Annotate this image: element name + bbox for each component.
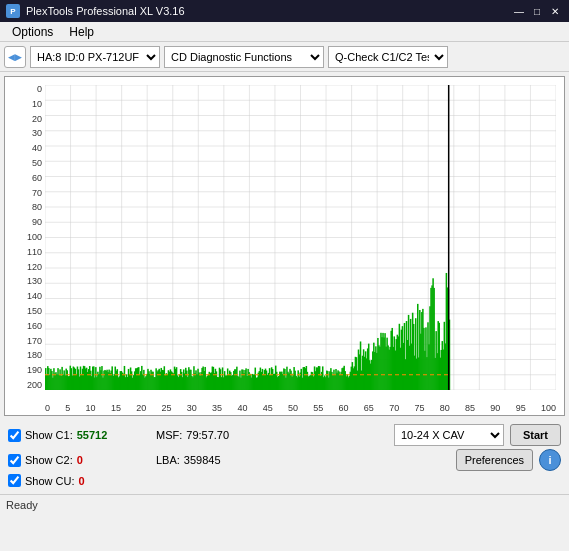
title-bar-left: P PlexTools Professional XL V3.16 [6, 4, 185, 18]
cu-group: Show CU: 0 [8, 474, 128, 487]
cu-label: Show CU: [25, 475, 75, 487]
info-button[interactable]: i [539, 449, 561, 471]
c1-label: Show C1: [25, 429, 73, 441]
window-title: PlexTools Professional XL V3.16 [26, 5, 185, 17]
x-axis: 0 5 10 15 20 25 30 35 40 45 50 55 60 65 … [45, 403, 556, 413]
minimize-button[interactable]: — [511, 4, 527, 18]
speed-select[interactable]: 10-24 X CAV 4-8 X CAV 1-4 X CLV Max X CA… [394, 424, 504, 446]
chart-canvas [45, 85, 556, 390]
menu-options[interactable]: Options [4, 22, 61, 41]
bottom-panel: Show C1: 55712 MSF: 79:57.70 10-24 X CAV… [0, 420, 569, 494]
bottom-row-3: Show CU: 0 [8, 474, 561, 487]
toolbar-nav-icon[interactable]: ◀▶ [4, 46, 26, 68]
lba-group: LBA: 359845 [156, 454, 221, 466]
close-button[interactable]: ✕ [547, 4, 563, 18]
app-icon: P [6, 4, 20, 18]
function-select[interactable]: CD Diagnostic Functions [164, 46, 324, 68]
chart-area: 200 190 180 170 160 150 140 130 120 110 … [4, 76, 565, 416]
toolbar: ◀▶ HA:8 ID:0 PX-712UF CD Diagnostic Func… [0, 42, 569, 72]
status-text: Ready [6, 499, 38, 511]
chart-canvas-area [45, 85, 556, 390]
window-controls: — □ ✕ [511, 4, 563, 18]
c1-group: Show C1: 55712 [8, 429, 128, 442]
c1-value: 55712 [77, 429, 108, 441]
msf-row: MSF: 79:57.70 [156, 429, 229, 441]
c2-checkbox[interactable] [8, 454, 21, 467]
start-button[interactable]: Start [510, 424, 561, 446]
title-bar: P PlexTools Professional XL V3.16 — □ ✕ [0, 0, 569, 22]
status-bar: Ready [0, 494, 569, 514]
bottom-row-2: Show C2: 0 LBA: 359845 Preferences i [8, 449, 561, 471]
cu-value: 0 [79, 475, 85, 487]
c2-group: Show C2: 0 [8, 454, 128, 467]
bottom-row-1: Show C1: 55712 MSF: 79:57.70 10-24 X CAV… [8, 424, 561, 446]
preferences-button[interactable]: Preferences [456, 449, 533, 471]
drive-select[interactable]: HA:8 ID:0 PX-712UF [30, 46, 160, 68]
menu-bar: Options Help [0, 22, 569, 42]
cu-checkbox[interactable] [8, 474, 21, 487]
speed-group: 10-24 X CAV 4-8 X CAV 1-4 X CLV Max X CA… [394, 424, 561, 446]
c2-label: Show C2: [25, 454, 73, 466]
lba-label: LBA: [156, 454, 180, 466]
msf-label: MSF: [156, 429, 182, 441]
lba-row: LBA: 359845 [156, 454, 221, 466]
c1-checkbox[interactable] [8, 429, 21, 442]
maximize-button[interactable]: □ [529, 4, 545, 18]
c2-value: 0 [77, 454, 83, 466]
msf-value: 79:57.70 [186, 429, 229, 441]
msf-group: MSF: 79:57.70 [156, 429, 229, 441]
test-select[interactable]: Q-Check C1/C2 Test [328, 46, 448, 68]
menu-help[interactable]: Help [61, 22, 102, 41]
y-axis: 200 190 180 170 160 150 140 130 120 110 … [7, 85, 45, 390]
lba-value: 359845 [184, 454, 221, 466]
